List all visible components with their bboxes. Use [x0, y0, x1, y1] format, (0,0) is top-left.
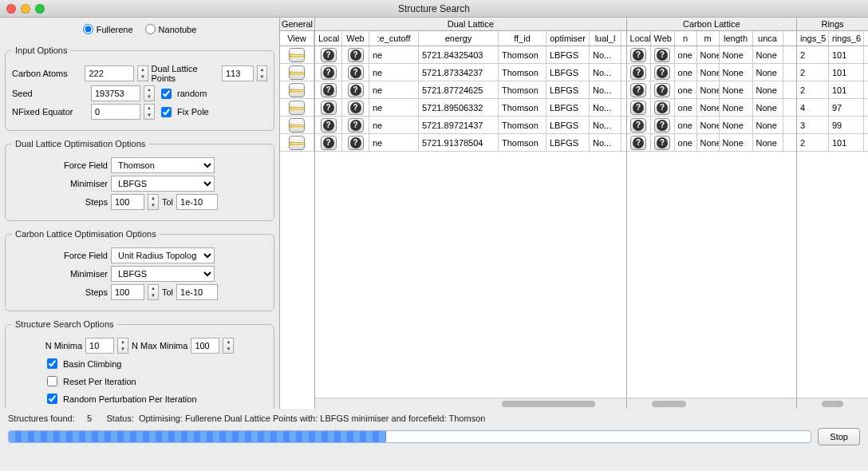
table-row: 2101 — [797, 46, 868, 64]
carbon-forcefield-select[interactable]: Unit Radius Topolog — [111, 247, 215, 263]
table-row: ??ne5721.89721437ThomsonLBFGSNo... — [315, 117, 626, 134]
random-label: random — [177, 89, 207, 98]
question-icon[interactable]: ? — [321, 118, 337, 133]
question-icon[interactable]: ? — [321, 48, 337, 62]
question-icon[interactable]: ? — [348, 83, 364, 97]
progress-bar — [8, 430, 811, 443]
table-row: 2101 — [797, 134, 868, 152]
nfixed-input[interactable] — [91, 104, 140, 120]
status-text: Optimising: Fullerene Dual Lattice Point… — [139, 414, 485, 423]
question-icon[interactable]: ? — [654, 65, 670, 80]
n-minima-stepper[interactable]: ▲▼ — [117, 338, 128, 354]
question-icon[interactable]: ? — [630, 118, 646, 133]
question-icon[interactable]: ? — [321, 101, 337, 115]
mode-nanotube[interactable]: Nanotube — [145, 24, 197, 34]
question-icon[interactable]: ? — [630, 101, 646, 115]
n-max-minima-input[interactable] — [191, 338, 219, 354]
view-arrow-icon[interactable]: ⟸ — [289, 83, 305, 97]
view-arrow-icon[interactable]: ⟸ — [289, 136, 305, 150]
question-icon[interactable]: ? — [348, 118, 364, 133]
table-row: ⟸ — [280, 64, 314, 81]
close-icon[interactable] — [6, 4, 16, 14]
dual-lattice-input[interactable] — [222, 65, 254, 81]
table-row: 2101 — [797, 64, 868, 81]
question-icon[interactable]: ? — [654, 101, 670, 115]
fix-pole-checkbox[interactable] — [161, 107, 172, 117]
rings-scrollbar[interactable] — [797, 398, 868, 409]
dual-tol-input[interactable] — [176, 194, 218, 210]
question-icon[interactable]: ? — [348, 48, 364, 62]
minimize-icon[interactable] — [21, 4, 30, 14]
found-count: 5 — [87, 414, 92, 423]
table-row: ⟸ — [280, 99, 314, 117]
rings-table: Rings ings_5 rings_6 2101210121014973992… — [796, 18, 868, 409]
view-arrow-icon[interactable]: ⟸ — [289, 65, 305, 80]
table-row: ??ne5721.87334237ThomsonLBFGSNo... — [315, 64, 626, 81]
zoom-icon[interactable] — [35, 4, 45, 14]
nfixed-label: NFixed Equator — [12, 107, 88, 117]
dual-opt-group: Dual Lattice Optimisation Options Force … — [5, 139, 274, 221]
window-title: Structure Search — [0, 3, 868, 14]
table-row: 497 — [797, 99, 868, 117]
reset-checkbox[interactable] — [47, 376, 57, 386]
random-checkbox[interactable] — [161, 89, 172, 99]
table-row: ⟸ — [280, 117, 314, 134]
table-row: ??oneNoneNoneNone — [627, 46, 796, 64]
dual-steps-stepper[interactable]: ▲▼ — [148, 194, 159, 210]
question-icon[interactable]: ? — [630, 65, 646, 80]
dual-steps-input[interactable] — [111, 194, 144, 210]
table-row: ??oneNoneNoneNone — [627, 99, 796, 117]
view-arrow-icon[interactable]: ⟸ — [289, 48, 305, 62]
question-icon[interactable]: ? — [630, 48, 646, 62]
dual-lattice-stepper[interactable]: ▲▼ — [257, 65, 267, 81]
question-icon[interactable]: ? — [348, 136, 364, 150]
dual-forcefield-select[interactable]: Thomson — [111, 157, 215, 173]
view-arrow-icon[interactable]: ⟸ — [289, 118, 305, 133]
table-row: 2101 — [797, 81, 868, 99]
carbon-atoms-input[interactable] — [85, 65, 134, 81]
carbon-tol-input[interactable] — [176, 284, 218, 300]
question-icon[interactable]: ? — [348, 101, 364, 115]
table-row: ??oneNoneNoneNone — [627, 117, 796, 134]
question-icon[interactable]: ? — [654, 118, 670, 133]
table-row: ⟸ — [280, 81, 314, 99]
table-row: ??oneNoneNoneNone — [627, 64, 796, 81]
carbon-atoms-label: Carbon Atoms — [12, 69, 81, 78]
question-icon[interactable]: ? — [630, 83, 646, 97]
question-icon[interactable]: ? — [654, 48, 670, 62]
seed-input[interactable] — [91, 85, 140, 101]
table-row: 399 — [797, 117, 868, 134]
basin-checkbox[interactable] — [47, 358, 57, 369]
table-row: ??ne5721.87724625ThomsonLBFGSNo... — [315, 81, 626, 99]
question-icon[interactable]: ? — [321, 65, 337, 80]
carbon-scrollbar[interactable] — [627, 398, 796, 409]
dual-scrollbar[interactable] — [315, 398, 626, 409]
question-icon[interactable]: ? — [348, 65, 364, 80]
table-row: ??ne5721.84325403ThomsonLBFGSNo... — [315, 46, 626, 64]
n-max-minima-stepper[interactable]: ▲▼ — [223, 338, 234, 354]
question-icon[interactable]: ? — [321, 83, 337, 97]
question-icon[interactable]: ? — [654, 136, 670, 150]
carbon-steps-input[interactable] — [111, 284, 144, 300]
options-panel: Fullerene Nanotube Input Options Carbon … — [0, 18, 279, 409]
stop-button[interactable]: Stop — [818, 428, 860, 445]
n-minima-input[interactable] — [85, 338, 114, 354]
fix-pole-label: Fix Pole — [177, 107, 209, 117]
view-arrow-icon[interactable]: ⟸ — [289, 101, 305, 115]
search-options-group: Structure Search Options N Minima ▲▼ N M… — [5, 319, 274, 409]
carbon-atoms-stepper[interactable]: ▲▼ — [137, 65, 148, 81]
seed-stepper[interactable]: ▲▼ — [144, 85, 155, 101]
carbon-lattice-table: Carbon Lattice Local Web n m length unca… — [626, 18, 796, 409]
question-icon[interactable]: ? — [321, 136, 337, 150]
carbon-minimiser-select[interactable]: LBFGS — [111, 266, 215, 282]
dual-minimiser-select[interactable]: LBFGS — [111, 176, 215, 192]
question-icon[interactable]: ? — [630, 136, 646, 150]
status-bar: Structures found: 5 Status: Optimising: … — [0, 409, 868, 425]
carbon-steps-stepper[interactable]: ▲▼ — [148, 284, 159, 300]
random-pert-checkbox[interactable] — [47, 394, 57, 404]
dual-lattice-label: Dual Lattice Points — [152, 64, 219, 83]
question-icon[interactable]: ? — [654, 83, 670, 97]
nfixed-stepper[interactable]: ▲▼ — [144, 104, 155, 120]
mode-fullerene[interactable]: Fullerene — [83, 24, 133, 34]
results-panel: General View ⟸⟸⟸⟸⟸⟸ Dual Lattice Local W… — [279, 18, 868, 409]
